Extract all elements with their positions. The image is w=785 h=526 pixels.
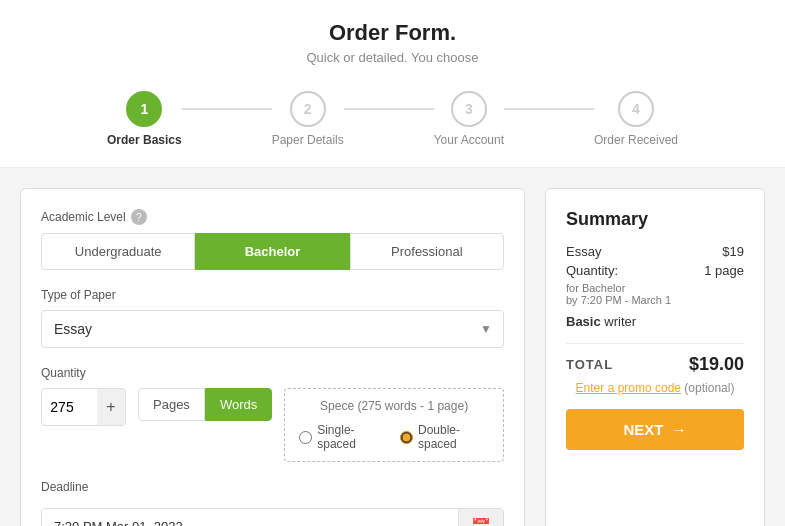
arrow-right-icon: → <box>672 421 687 438</box>
summary-quantity-row: Quantity: 1 page <box>566 263 744 278</box>
type-of-paper-select[interactable]: Essay Research Paper Term Paper <box>41 310 504 348</box>
steps-container: 1 Order Basics 2 Paper Details 3 Your Ac… <box>0 75 785 168</box>
step-circle-2: 2 <box>290 91 326 127</box>
type-of-paper-label: Type of Paper <box>41 288 504 302</box>
level-undergraduate-button[interactable]: Undergraduate <box>41 233 195 270</box>
step-line-1 <box>182 108 272 110</box>
double-spaced-radio[interactable] <box>400 431 413 444</box>
main-content: Academic Level ? Undergraduate Bachelor … <box>0 168 785 526</box>
type-of-paper-wrapper: Essay Research Paper Term Paper ▼ <box>41 310 504 348</box>
spacing-box: Spece (275 words - 1 page) Single-spaced… <box>284 388 504 462</box>
pages-button[interactable]: Pages <box>138 388 205 421</box>
step-circle-3: 3 <box>451 91 487 127</box>
summary-divider <box>566 343 744 344</box>
summary-essay-label: Essay <box>566 244 601 259</box>
step-label-1: Order Basics <box>107 133 182 147</box>
promo-link[interactable]: Enter a promo code <box>576 381 681 395</box>
summary-total-row: TOTAL $19.00 <box>566 354 744 375</box>
single-spaced-option[interactable]: Single-spaced <box>299 423 384 451</box>
academic-level-buttons: Undergraduate Bachelor Professional <box>41 233 504 270</box>
deadline-label: Deadline <box>41 480 504 494</box>
quantity-increment-button[interactable]: + <box>97 389 125 425</box>
promo-row: Enter a promo code (optional) <box>566 381 744 395</box>
page-subtitle: Quick or detailed. You choose <box>0 50 785 65</box>
quantity-input-group: + <box>41 388 126 426</box>
step-line-2 <box>344 108 434 110</box>
step-circle-1: 1 <box>126 91 162 127</box>
quantity-label: Quantity <box>41 366 504 380</box>
summary-writer: Basic writer <box>566 314 744 329</box>
summary-total-value: $19.00 <box>689 354 744 375</box>
level-professional-button[interactable]: Professional <box>350 233 504 270</box>
summary-total-label: TOTAL <box>566 357 613 372</box>
single-spaced-radio[interactable] <box>299 431 312 444</box>
summary-panel: Summary Essay $19 Quantity: 1 page for B… <box>545 188 765 526</box>
summary-quantity-value: 1 page <box>704 263 744 278</box>
page-header: Order Form. Quick or detailed. You choos… <box>0 0 785 75</box>
promo-optional: (optional) <box>684 381 734 395</box>
double-spaced-option[interactable]: Double-spaced <box>400 423 489 451</box>
step-1: 1 Order Basics <box>107 91 182 147</box>
next-button[interactable]: NEXT → <box>566 409 744 450</box>
summary-title: Summary <box>566 209 744 230</box>
deadline-input-group: 📅 <box>41 508 504 526</box>
step-line-3 <box>504 108 594 110</box>
spacing-info: Spece (275 words - 1 page) <box>299 399 489 413</box>
spacing-options: Single-spaced Double-spaced <box>299 423 489 451</box>
quantity-row: + Pages Words Spece (275 words - 1 page)… <box>41 388 504 462</box>
calendar-icon: 📅 <box>471 518 491 526</box>
summary-essay-price: $19 <box>722 244 744 259</box>
quantity-input[interactable] <box>42 391 97 423</box>
academic-level-help-icon[interactable]: ? <box>131 209 147 225</box>
summary-for-info: for Bachelor by 7:20 PM - March 1 <box>566 282 744 306</box>
step-4: 4 Order Received <box>594 91 678 147</box>
level-bachelor-button[interactable]: Bachelor <box>195 233 349 270</box>
academic-level-label: Academic Level ? <box>41 209 504 225</box>
form-panel: Academic Level ? Undergraduate Bachelor … <box>20 188 525 526</box>
step-3: 3 Your Account <box>434 91 504 147</box>
words-button[interactable]: Words <box>205 388 272 421</box>
step-label-2: Paper Details <box>272 133 344 147</box>
step-circle-4: 4 <box>618 91 654 127</box>
summary-essay-row: Essay $19 <box>566 244 744 259</box>
page-title: Order Form. <box>0 20 785 46</box>
step-label-4: Order Received <box>594 133 678 147</box>
step-2: 2 Paper Details <box>272 91 344 147</box>
summary-quantity-label: Quantity: <box>566 263 618 278</box>
deadline-input[interactable] <box>42 509 458 526</box>
deadline-row: Deadline 📅 <box>41 480 504 526</box>
pages-words-group: Pages Words <box>138 388 272 421</box>
step-label-3: Your Account <box>434 133 504 147</box>
calendar-button[interactable]: 📅 <box>458 509 503 526</box>
